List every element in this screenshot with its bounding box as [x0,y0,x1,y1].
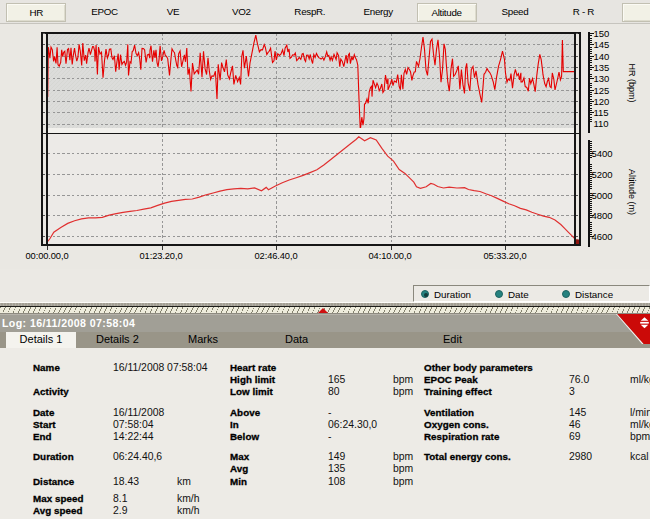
svg-text:01:23.20,0: 01:23.20,0 [140,251,183,261]
svg-text:4800: 4800 [592,210,613,221]
svg-text:110: 110 [594,118,609,129]
svg-text:150: 150 [594,28,610,39]
svg-text:130: 130 [594,73,610,84]
svg-text:05:33.20,0: 05:33.20,0 [484,251,527,261]
svg-text:5000: 5000 [592,190,613,201]
svg-text:04:10.00,0: 04:10.00,0 [369,251,412,261]
svg-text:HR (bpm): HR (bpm) [627,63,637,102]
svg-text:02:46.40,0: 02:46.40,0 [255,251,298,261]
svg-text:4600: 4600 [592,231,613,242]
svg-text:140: 140 [594,51,610,62]
svg-text:5400: 5400 [592,148,613,159]
svg-text:115: 115 [594,107,609,118]
svg-text:Altitude (m): Altitude (m) [627,169,637,215]
svg-text:145: 145 [594,39,610,50]
svg-text:125: 125 [594,85,610,96]
svg-text:120: 120 [594,96,610,107]
svg-text:135: 135 [594,62,610,73]
svg-text:00:00.00,0: 00:00.00,0 [26,251,69,261]
svg-text:5200: 5200 [592,169,613,180]
